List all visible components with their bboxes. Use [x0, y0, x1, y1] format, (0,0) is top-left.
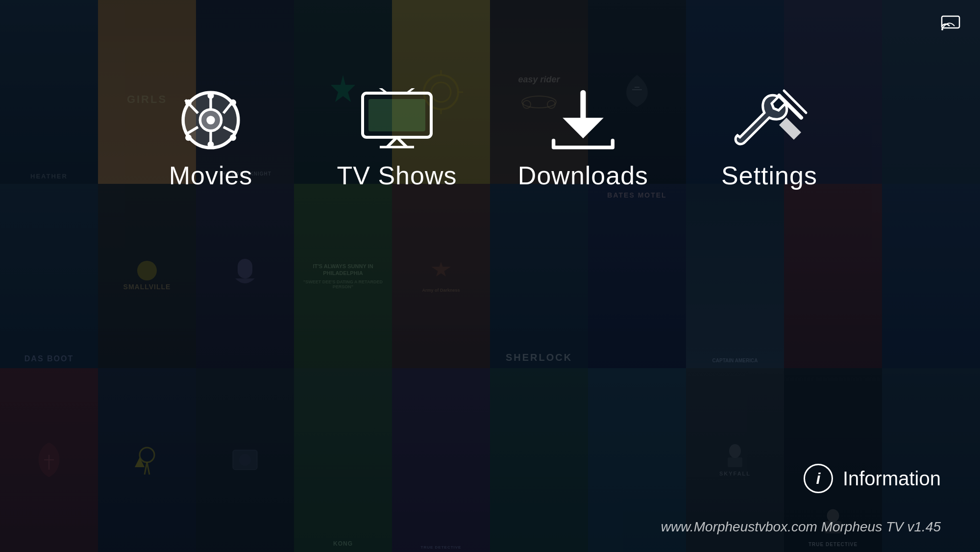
- menu-item-movies[interactable]: Movies: [118, 88, 304, 190]
- svg-point-34: [230, 134, 236, 141]
- svg-rect-39: [368, 99, 425, 131]
- movies-icon: [172, 88, 250, 152]
- tvshows-icon: [358, 88, 436, 152]
- menu-item-downloads[interactable]: Downloads: [490, 88, 676, 190]
- tvshows-label: TV Shows: [337, 161, 457, 190]
- movies-label: Movies: [169, 161, 253, 190]
- info-label: Information: [843, 468, 941, 490]
- svg-marker-47: [779, 118, 801, 140]
- information-section[interactable]: i Information: [804, 464, 941, 493]
- settings-icon: [730, 88, 808, 152]
- svg-point-32: [208, 93, 214, 99]
- menu-item-settings[interactable]: Settings: [676, 88, 862, 190]
- svg-point-37: [185, 100, 192, 106]
- svg-point-20: [941, 28, 943, 30]
- menu-item-tvshows[interactable]: TV Shows: [304, 88, 490, 190]
- svg-point-35: [208, 141, 214, 148]
- svg-point-36: [185, 134, 192, 141]
- svg-point-33: [230, 100, 236, 106]
- svg-point-25: [206, 116, 215, 124]
- settings-label: Settings: [721, 161, 817, 190]
- downloads-icon: [544, 88, 622, 152]
- footer-text: www.Morpheustvbox.com Morpheus TV v1.45: [661, 519, 941, 535]
- menu-row: Movies TV Shows: [0, 88, 980, 190]
- downloads-label: Downloads: [518, 161, 648, 190]
- cast-icon[interactable]: [941, 15, 960, 35]
- info-icon: i: [804, 464, 833, 493]
